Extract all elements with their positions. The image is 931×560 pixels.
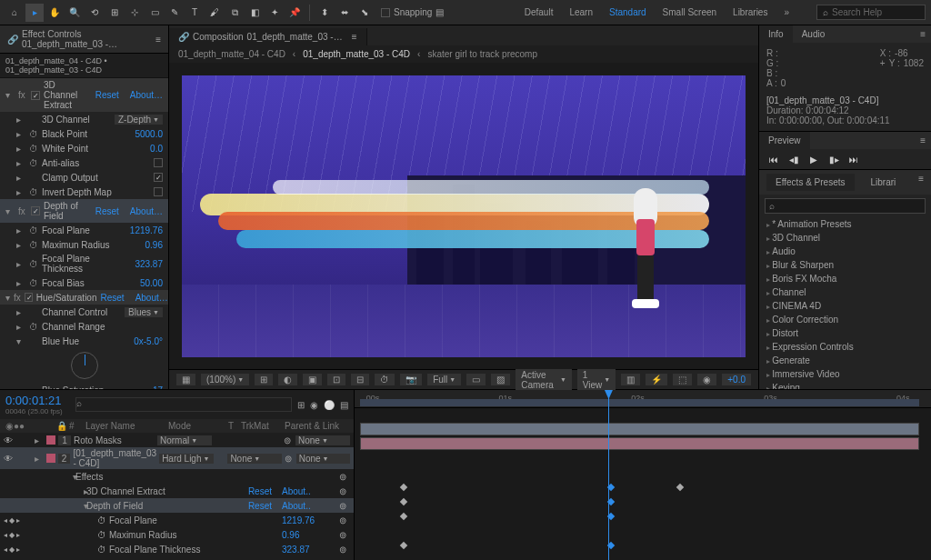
ws-libraries[interactable]: Libraries [733,7,767,17]
timeline-row[interactable]: ◂ ◆ ▸⏱Focal Bias50.00⊚ [0,556,354,560]
tl-opt-icon[interactable]: ⊞ [297,400,305,410]
shape-tool-icon[interactable]: ▭ [145,4,164,22]
effect-property[interactable]: ▸⏱Focal Plane1219.76 [0,223,168,237]
fast-preview-icon[interactable]: ⚡ [646,374,667,385]
res-toggle-icon[interactable]: ⊞ [255,374,273,385]
panel-menu-icon[interactable]: ≡ [155,35,161,45]
ws-small[interactable]: Small Screen [663,7,716,17]
timeline-row[interactable]: 👁▸1Roto MasksNormal ▼ ⊚None ▼ [0,433,354,447]
brush-tool-icon[interactable]: 🖌 [205,4,224,22]
comp-crumb-1[interactable]: 01_depth_matte_03 - C4D [303,49,410,59]
puppet-tool-icon[interactable]: 📌 [285,4,304,22]
libraries-tab[interactable]: Librari [862,174,906,191]
effect-category[interactable]: CINEMA 4D [759,299,931,313]
tl-opt-icon[interactable]: ⚪ [324,400,335,410]
roi-icon[interactable]: ▭ [466,374,486,385]
panel-menu-icon[interactable]: ≡ [915,132,931,149]
exposure-control[interactable]: +0.0 [722,374,751,385]
hand-tool-icon[interactable]: ✋ [45,4,64,22]
anchor-tool-icon[interactable]: ⊹ [125,4,144,22]
composition-tab[interactable]: 🔗 Composition 01_depth_matte_03 -… ≡ [169,28,367,45]
effect-category[interactable]: Channel [759,285,931,299]
zoom-dropdown[interactable]: (100%) ▼ [201,374,249,385]
effect-category[interactable]: Color Correction [759,313,931,326]
effect-category[interactable]: 3D Channel [759,231,931,245]
effect-category[interactable]: Blur & Sharpen [759,258,931,272]
timeline-search[interactable]: ⌕ [75,397,292,412]
current-timecode[interactable]: 0:00:01:21 [5,394,63,407]
guides-icon[interactable]: ⊟ [351,374,369,385]
snapshot-icon[interactable]: 📷 [400,374,422,385]
snapping-menu-icon[interactable]: ▤ [435,7,444,17]
next-frame-icon[interactable]: ▮▸ [826,153,841,165]
work-area-bar[interactable] [360,399,919,406]
3d-toggle-icon[interactable]: ⬚ [673,374,692,385]
first-frame-icon[interactable]: ⏮ [766,153,781,165]
effect-property[interactable]: ▸⏱Anti-alias [0,155,168,170]
effect-group-header[interactable]: ▾fx3D Channel ExtractResetAbout… [0,78,168,112]
audio-tab[interactable]: Audio [793,25,835,43]
roto-tool-icon[interactable]: ✦ [265,4,284,22]
panel-menu-icon[interactable]: ≡ [352,32,357,42]
effect-property[interactable]: ▸⏱Focal Bias50.00 [0,275,168,290]
eraser-tool-icon[interactable]: ◧ [245,4,264,22]
selection-tool-icon[interactable]: ▸ [25,4,44,22]
timeline-track-area[interactable]: 00s01s02s03s04s [355,390,931,560]
effect-category[interactable]: Generate [759,354,931,367]
effect-property[interactable]: ▸⏱Channel Range [0,319,168,334]
effect-property[interactable]: ▸⏱Black Point5000.0 [0,126,168,141]
camera-dropdown[interactable]: Active Camera ▼ [516,369,572,391]
home-icon[interactable]: ⌂ [5,4,24,22]
timeline-row[interactable]: ▸3D Channel ExtractResetAbout..⊚ [0,484,354,498]
layer-bar-roto[interactable] [360,423,919,435]
property-checkbox[interactable] [154,158,163,167]
ws-learn[interactable]: Learn [569,7,593,17]
prev-frame-icon[interactable]: ◂▮ [786,153,801,165]
timeline-row[interactable]: ◂ ◆ ▸⏱Focal Plane1219.76⊚ [0,513,354,527]
mask-toggle-icon[interactable]: ▣ [303,374,322,385]
snapping-toggle[interactable]: Snapping ▤ [381,7,444,17]
timecode-icon[interactable]: ⏱ [375,374,395,385]
alpha-toggle-icon[interactable]: ▦ [176,374,195,385]
timeline-row[interactable]: ◂ ◆ ▸⏱Focal Plane Thickness323.87⊚ [0,542,354,556]
resolution-dropdown[interactable]: Full ▼ [427,374,461,385]
effect-category[interactable]: Keying [759,381,931,389]
ws-standard[interactable]: Standard [609,7,646,17]
camera-tool-icon[interactable]: ⊞ [105,4,124,22]
local-axis-icon[interactable]: ⬍ [315,4,334,22]
view-axis-icon[interactable]: ⬊ [355,4,374,22]
ws-default[interactable]: Default [525,7,554,17]
effect-property[interactable]: ▾Blue Saturation-17 [0,383,168,389]
effect-category[interactable]: Immersive Video [759,367,931,381]
effect-property[interactable]: ▸⏱Maximun Radius0.96 [0,237,168,252]
effect-property[interactable]: ▸Channel ControlBlues ▼ [0,305,168,319]
transparency-icon[interactable]: ▨ [491,374,510,385]
tl-opt-icon[interactable]: ◉ [310,400,318,410]
timeline-row[interactable]: ◂ ◆ ▸⏱Maximun Radius0.96⊚ [0,527,354,542]
last-frame-icon[interactable]: ⏭ [846,153,861,165]
playhead[interactable] [608,390,609,560]
help-search[interactable]: ⌕ Search Help [816,5,926,20]
tl-opt-icon[interactable]: ▤ [340,400,348,410]
panel-menu-icon[interactable]: ≡ [915,25,931,43]
effect-property[interactable]: ▸⏱White Point0.0 [0,141,168,155]
effect-property[interactable]: ▸3D ChannelZ-Depth ▼ [0,112,168,126]
color-mgmt-icon[interactable]: ◉ [697,374,716,385]
type-tool-icon[interactable]: T [185,4,204,22]
world-axis-icon[interactable]: ⬌ [335,4,354,22]
snapping-checkbox[interactable] [381,8,390,17]
effect-property[interactable]: ▾Blue Hue0x-5.0° [0,334,168,348]
effect-category[interactable]: * Animation Presets [759,217,931,231]
effect-property[interactable]: ▸Clamp Output [0,170,168,185]
effect-category[interactable]: Boris FX Mocha [759,272,931,285]
composition-viewer[interactable] [169,63,758,369]
channel-icon[interactable]: ◐ [278,374,297,385]
property-checkbox[interactable] [154,173,163,182]
timeline-row[interactable]: 👁▸2[01_depth_matte_03 - C4D]Hard Ligh ▼N… [0,447,354,469]
ws-overflow-icon[interactable]: » [784,7,789,17]
effect-category[interactable]: Audio [759,245,931,258]
play-icon[interactable]: ▶ [806,153,821,165]
effect-group-header[interactable]: ▾fxDepth of FieldResetAbout… [0,199,168,223]
effects-search[interactable]: ⌕ [765,198,926,214]
timeline-row[interactable]: ▾Effects⊚ [0,469,354,484]
